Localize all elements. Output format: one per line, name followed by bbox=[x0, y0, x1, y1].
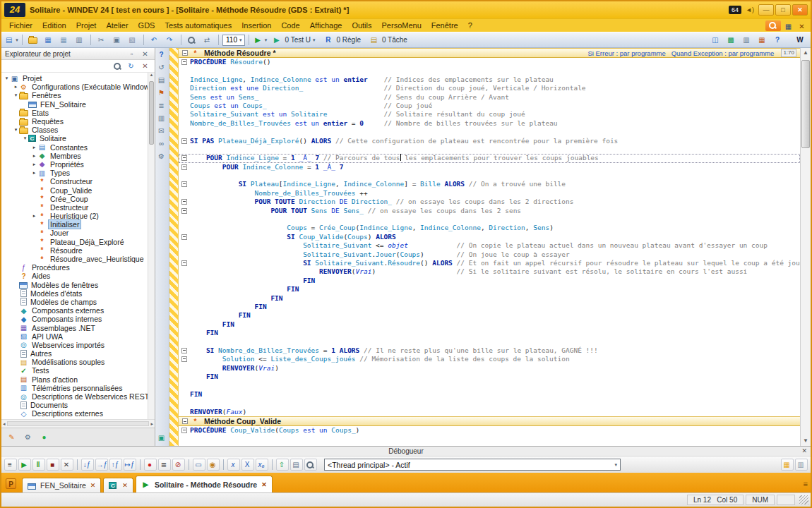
code-line[interactable]: FIN bbox=[179, 320, 800, 329]
close-tab-icon[interactable]: ✕ bbox=[261, 481, 267, 488]
document-tab-0[interactable]: FEN_Solitaire✕ bbox=[22, 478, 101, 492]
global-search-button[interactable] bbox=[765, 20, 781, 31]
menu-item-9[interactable]: Outils bbox=[347, 20, 376, 31]
paste-button[interactable]: ▧ bbox=[126, 33, 140, 47]
scroll-right-icon[interactable]: ▸ bbox=[150, 421, 153, 427]
edit-mode-button[interactable]: ✎ bbox=[7, 433, 16, 441]
collapse-section-icon[interactable] bbox=[182, 418, 188, 424]
tree-item[interactable]: ▸◆Propriétés bbox=[1, 160, 155, 169]
rules-button[interactable]: R0 Règle bbox=[320, 33, 364, 47]
collapse-arrow-icon[interactable]: ▸ bbox=[31, 162, 37, 167]
editor-scrollbar[interactable]: ▲ ▼ bbox=[800, 48, 811, 446]
scroll-up-icon[interactable]: ▲ bbox=[801, 48, 811, 58]
code-line[interactable] bbox=[179, 171, 800, 180]
restore-button[interactable]: □ bbox=[775, 4, 791, 16]
copy-button[interactable]: ▣ bbox=[110, 33, 124, 47]
settings-button[interactable]: ⚙ bbox=[23, 433, 32, 441]
disable-breakpoints-button[interactable]: ⊘ bbox=[172, 459, 185, 471]
environment-button[interactable]: ▩ bbox=[724, 33, 739, 47]
save-button[interactable]: ▦ bbox=[42, 33, 56, 47]
code-line[interactable]: Sens est un Sens_ // Sens du coup Arrièr… bbox=[179, 93, 800, 102]
dbg-run-button[interactable]: ▶ bbox=[18, 459, 31, 471]
tasks-button[interactable]: ▤0 Tâche bbox=[366, 33, 411, 47]
code-line[interactable]: FIN bbox=[179, 303, 800, 311]
minimize-button[interactable]: — bbox=[758, 4, 774, 16]
expressions-button[interactable]: X bbox=[241, 459, 254, 471]
menu-item-5[interactable]: Tests automatiques bbox=[160, 20, 237, 31]
code-line[interactable]: FIN bbox=[179, 277, 800, 285]
gear-strip-button[interactable]: ⚙ bbox=[157, 152, 166, 160]
code-line[interactable]: Direction est une Direction_ // Directio… bbox=[179, 84, 800, 92]
search-filter-icon[interactable] bbox=[113, 62, 121, 71]
project-tab-icon[interactable]: P bbox=[6, 478, 16, 489]
code-line[interactable]: FIN bbox=[179, 294, 800, 303]
find-button[interactable] bbox=[185, 33, 199, 47]
expand-arrow-icon[interactable]: ▾ bbox=[4, 75, 10, 81]
collapse-section-icon[interactable] bbox=[182, 50, 188, 56]
palette-button[interactable]: ▦ bbox=[756, 33, 770, 47]
auto-hide-pin-icon[interactable]: ▫ bbox=[127, 50, 136, 58]
collapse-arrow-icon[interactable]: ▸ bbox=[31, 153, 37, 159]
menu-item-0[interactable]: Fichier bbox=[4, 20, 37, 31]
tree-item[interactable]: ▸⚙Configurations (Exécutable Windows 64 … bbox=[1, 83, 155, 91]
code-line[interactable]: SI Plateau[Indince_Ligne, Indince_Colonn… bbox=[179, 180, 800, 188]
code-line[interactable] bbox=[179, 66, 800, 75]
undo-button[interactable]: ↶ bbox=[148, 33, 162, 47]
code-line[interactable]: FIN bbox=[179, 329, 800, 337]
tree-item[interactable]: *Résoudre_avec_Heuristique bbox=[1, 255, 155, 263]
collapse-arrow-icon[interactable]: ▸ bbox=[31, 213, 37, 219]
collapse-arrow-icon[interactable]: ▸ bbox=[13, 84, 19, 90]
step-out-button[interactable]: ↑ƒ bbox=[109, 459, 122, 471]
close-tab-icon[interactable]: ✕ bbox=[90, 482, 96, 489]
replace-button[interactable]: ⇄ bbox=[201, 33, 215, 47]
code-line[interactable]: SI Solitaire_Suivant.Résoudre() ALORS //… bbox=[179, 259, 800, 267]
sound-icon[interactable]: ◄) bbox=[746, 6, 754, 13]
mail-strip-button[interactable]: ✉ bbox=[157, 127, 166, 135]
help-strip-button[interactable]: ? bbox=[157, 51, 166, 59]
menu-item-1[interactable]: Edition bbox=[37, 20, 71, 31]
scroll-left-icon[interactable]: ◂ bbox=[3, 421, 6, 427]
debugger-toggle-button[interactable]: ▣ bbox=[157, 434, 166, 442]
tree-item[interactable]: Requêtes bbox=[1, 117, 155, 126]
doc-strip-button[interactable]: ▥ bbox=[157, 114, 166, 122]
collapse-arrow-icon[interactable]: ▸ bbox=[31, 145, 37, 150]
document-tab-1[interactable]: C✕ bbox=[103, 478, 133, 492]
code-line[interactable]: FIN bbox=[179, 373, 800, 381]
expand-arrow-icon[interactable]: ▾ bbox=[13, 127, 19, 133]
code-line[interactable]: POUR TOUTE Direction DE Direction_ // on… bbox=[179, 198, 800, 206]
code-line[interactable]: FIN bbox=[179, 285, 800, 294]
copy-debug-button[interactable]: ▤ bbox=[290, 459, 303, 471]
memory-panel-button[interactable]: ▦ bbox=[781, 459, 794, 471]
hex-view-button[interactable]: ▥ bbox=[795, 459, 808, 471]
dbg-stop-button[interactable]: ■ bbox=[47, 459, 59, 471]
expand-arrow-icon[interactable]: ▾ bbox=[13, 92, 19, 98]
scroll-down-icon[interactable]: ▼ bbox=[801, 436, 811, 446]
tree-item[interactable]: ◇Descriptions externes bbox=[1, 409, 155, 418]
code-line[interactable]: Nombre_de_Billes_Trouvées est un entier … bbox=[179, 119, 800, 128]
save-all-button[interactable]: ▦ bbox=[57, 33, 71, 47]
run-to-cursor-button[interactable]: ↦ƒ bbox=[124, 459, 136, 471]
fold-marker-icon[interactable] bbox=[181, 59, 187, 65]
history-strip-button[interactable]: ↺ bbox=[157, 64, 166, 71]
thread-selector[interactable]: <Thread principal> - Actif▾ bbox=[324, 459, 621, 471]
step-over-button[interactable]: →ƒ bbox=[95, 459, 108, 471]
scroll-track[interactable] bbox=[7, 421, 150, 426]
tree-item[interactable]: FEN_Solitaire bbox=[1, 100, 155, 109]
tree-item[interactable]: ▦Assemblages .NET bbox=[1, 323, 155, 332]
close-explorer-icon[interactable]: ✕ bbox=[141, 50, 150, 58]
code-line[interactable]: Indince_Ligne, Indince_Colonne est un en… bbox=[179, 75, 800, 84]
trace-button[interactable]: ◉ bbox=[207, 459, 220, 471]
stack-up-button[interactable]: ⇧ bbox=[276, 459, 289, 471]
menu-item-8[interactable]: Affichage bbox=[305, 20, 347, 31]
dbg-menu-button[interactable]: ≡ bbox=[4, 459, 17, 471]
dbg-pause-button[interactable]: ‖ bbox=[32, 459, 45, 471]
fold-marker-icon[interactable] bbox=[181, 356, 187, 362]
document-tab-2[interactable]: ▶Solitaire - Méthode Résoudre✕ bbox=[136, 476, 273, 492]
tree-item[interactable]: ◎Webservices importés bbox=[1, 341, 155, 349]
code-line[interactable]: PROCÉDURE Coup_Valide(Coups est un Coups… bbox=[179, 426, 800, 435]
code-line[interactable] bbox=[179, 128, 800, 136]
code-line[interactable]: RENVOYER(Faux) bbox=[179, 408, 800, 416]
code-line[interactable] bbox=[179, 338, 800, 346]
test-unit-button[interactable]: ▶0 Test U▾ bbox=[268, 33, 318, 47]
fold-marker-icon[interactable] bbox=[181, 155, 187, 161]
